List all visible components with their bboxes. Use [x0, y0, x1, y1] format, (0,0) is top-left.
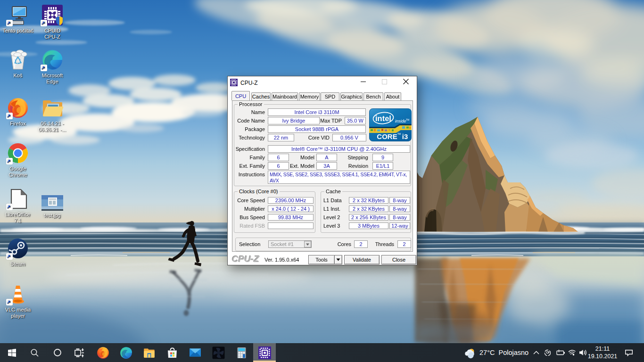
- svg-text:CORE: CORE: [377, 132, 397, 140]
- svg-text:inside: inside: [395, 119, 406, 123]
- svg-text:TM: TM: [397, 132, 401, 135]
- svg-text:i3: i3: [402, 132, 408, 140]
- svg-text:intel: intel: [375, 114, 391, 123]
- svg-text:TM: TM: [406, 118, 409, 121]
